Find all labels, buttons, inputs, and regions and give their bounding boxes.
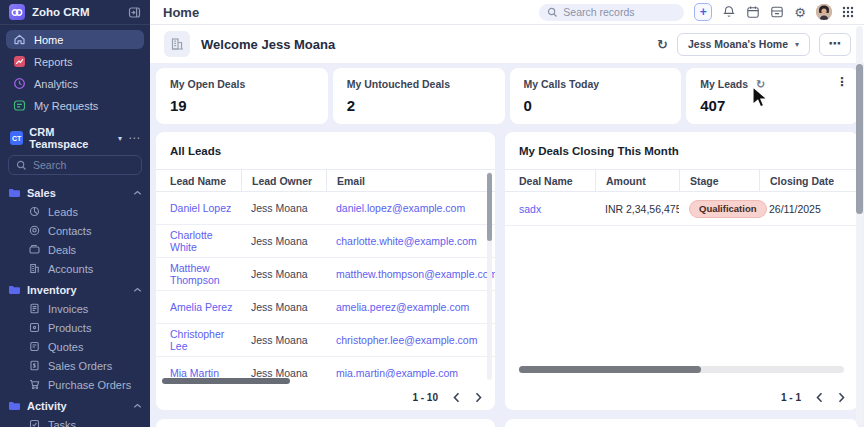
lead-name-link[interactable]: Matthew Thompson	[156, 262, 241, 286]
tree-section-inventory[interactable]: Inventory	[8, 280, 142, 299]
global-search-input[interactable]	[563, 6, 676, 18]
refresh-icon[interactable]: ↻	[756, 79, 765, 90]
column-header[interactable]: Closing Date	[759, 170, 858, 191]
home-icon	[13, 33, 26, 46]
sidebar-item-invoices[interactable]: Invoices	[8, 299, 142, 318]
sidebar-item-label: Invoices	[48, 303, 88, 315]
sidebar-item-accounts[interactable]: Accounts	[8, 259, 142, 278]
sidebar-item-leads[interactable]: Leads	[8, 202, 142, 221]
sidebar-item-reports[interactable]: Reports	[6, 52, 144, 71]
tree-section-sales[interactable]: Sales	[8, 183, 142, 202]
sidebar-search-input[interactable]	[33, 159, 134, 171]
tree-section-label: Sales	[27, 187, 56, 199]
sidebar-item-analytics[interactable]: Analytics	[6, 74, 144, 93]
teamspace-more-icon[interactable]: ⋯	[128, 133, 140, 143]
kpi-card-untouched-deals[interactable]: My Untouched Deals 2	[333, 68, 505, 124]
calendar-icon[interactable]	[746, 5, 760, 19]
global-search[interactable]	[539, 4, 684, 21]
vertical-scrollbar	[487, 172, 492, 380]
sidebar-item-tasks[interactable]: Tasks	[8, 415, 142, 427]
column-header[interactable]: Deal Name	[505, 170, 595, 191]
table-row: Mia Martin Jess Moana mia.martin@example…	[156, 357, 495, 378]
panel-title: All Leads	[156, 132, 495, 169]
column-header[interactable]: Stage	[679, 170, 759, 191]
lead-name-link[interactable]: Charlotte White	[156, 229, 241, 253]
chevron-down-icon: ▾	[795, 40, 799, 49]
teamspace-selector[interactable]: CT CRM Teamspace ▾ ⋯	[0, 129, 150, 147]
horizontal-scrollbar-thumb[interactable]	[162, 378, 290, 384]
all-leads-panel: All Leads Lead Name Lead Owner Email Dan…	[156, 132, 495, 410]
column-header[interactable]: Amount	[595, 170, 679, 191]
deal-name-link[interactable]: sadx	[505, 203, 595, 215]
prev-page-icon[interactable]	[816, 392, 823, 403]
home-dashboard-selector[interactable]: Jess Moana's Home ▾	[677, 33, 810, 56]
refresh-icon[interactable]: ↻	[657, 38, 668, 51]
apps-grid-icon[interactable]	[842, 6, 854, 18]
folder-icon	[8, 285, 20, 295]
kpi-card-calls-today[interactable]: My Calls Today 0	[510, 68, 682, 124]
sidebar-item-products[interactable]: Products	[8, 318, 142, 337]
kpi-label: My Untouched Deals	[347, 78, 491, 90]
scrollbar-thumb[interactable]	[856, 64, 863, 214]
zoho-crm-logo	[9, 4, 25, 20]
pagination: 1 - 10	[412, 392, 482, 403]
sidebar-item-purchase-orders[interactable]: Purchase Orders	[8, 375, 142, 394]
partial-panel	[156, 419, 495, 427]
column-header[interactable]: Lead Owner	[241, 170, 326, 191]
next-page-icon[interactable]	[838, 392, 845, 403]
lead-email-link[interactable]: amelia.perez@example.com	[326, 301, 495, 313]
collapse-sidebar-icon[interactable]	[128, 6, 141, 19]
sidebar-item-quotes[interactable]: Quotes	[8, 337, 142, 356]
lead-owner: Jess Moana	[241, 268, 326, 280]
quick-create-button[interactable]: +	[694, 3, 712, 21]
sidebar-item-home[interactable]: Home	[6, 30, 144, 49]
sidebar-item-contacts[interactable]: Contacts	[8, 221, 142, 240]
kpi-card-my-leads[interactable]: My Leads ↻ 407 ⋮	[686, 68, 858, 124]
prev-page-icon[interactable]	[453, 392, 460, 403]
sidebar-item-my-requests[interactable]: My Requests	[6, 96, 144, 115]
table-row: Matthew Thompson Jess Moana matthew.thom…	[156, 258, 495, 291]
kpi-card-open-deals[interactable]: My Open Deals 19	[156, 68, 328, 124]
lead-name-link[interactable]: Christopher Lee	[156, 328, 241, 352]
page-title: Home	[163, 5, 199, 20]
partial-panel	[505, 419, 858, 427]
zoho-crm-app: Zoho CRM Home Reports	[0, 0, 864, 427]
sidebar-item-label: Deals	[48, 244, 76, 256]
table-body: Daniel Lopez Jess Moana daniel.lopez@exa…	[156, 192, 495, 378]
lead-email-link[interactable]: christopher.lee@example.com	[326, 334, 495, 346]
sidebar-item-label: Tasks	[48, 419, 76, 427]
deal-amount: INR 2,34,56,475	[595, 203, 679, 215]
sidebar-item-deals[interactable]: Deals	[8, 240, 142, 259]
lead-email-link[interactable]: mia.martin@example.com	[326, 367, 495, 378]
kpi-label: My Calls Today	[524, 78, 668, 90]
sidebar-item-label: Accounts	[48, 263, 93, 275]
kebab-menu-icon[interactable]: ⋮	[836, 75, 848, 89]
welcome-more-button[interactable]: ⋯	[819, 33, 851, 56]
sidebar-item-sales-orders[interactable]: Sales Orders	[8, 356, 142, 375]
lead-email-link[interactable]: matthew.thompson@example.com	[326, 268, 495, 280]
scrollbar-thumb[interactable]	[487, 173, 492, 241]
lead-name-link[interactable]: Mia Martin	[156, 367, 241, 378]
tree-section-activity[interactable]: Activity	[8, 396, 142, 415]
sidebar-search[interactable]	[8, 155, 142, 175]
table-row: Amelia Perez Jess Moana amelia.perez@exa…	[156, 291, 495, 324]
lead-email-link[interactable]: charlotte.white@example.com	[326, 235, 495, 247]
lead-name-link[interactable]: Daniel Lopez	[156, 202, 241, 214]
invoices-icon	[29, 303, 40, 314]
table-row: Charlotte White Jess Moana charlotte.whi…	[156, 225, 495, 258]
topbar-actions: + ⚙	[539, 3, 854, 21]
next-page-icon[interactable]	[475, 392, 482, 403]
lead-email-link[interactable]: daniel.lopez@example.com	[326, 202, 495, 214]
kpi-value: 2	[347, 97, 491, 114]
teamspace-badge: CT	[10, 131, 23, 145]
lead-name-link[interactable]: Amelia Perez	[156, 301, 241, 313]
inbox-icon[interactable]	[770, 5, 784, 19]
settings-gear-icon[interactable]: ⚙	[794, 6, 806, 19]
user-avatar[interactable]	[816, 4, 832, 20]
column-header[interactable]: Lead Name	[156, 170, 241, 191]
column-header[interactable]: Email	[326, 170, 495, 191]
chevron-up-icon	[133, 287, 142, 293]
notifications-bell-icon[interactable]	[722, 5, 736, 19]
scrollbar-thumb[interactable]	[519, 366, 701, 373]
main-nav: Home Reports Analytics My Requests	[0, 25, 150, 120]
